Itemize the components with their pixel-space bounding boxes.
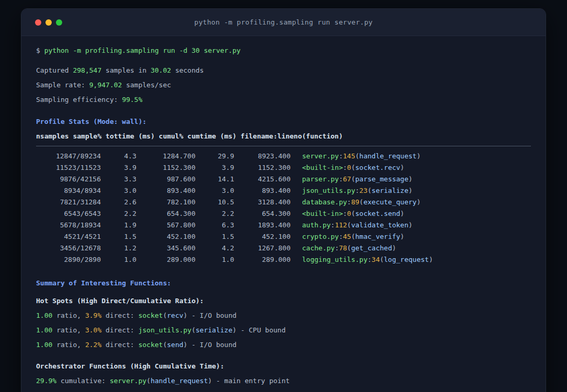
cell-cumul_pct: 6.3 [195,220,234,231]
table-divider [36,146,531,146]
hot-spot-line: 1.00 ratio, 2.2% direct: socket(send) - … [36,338,531,352]
cell-tottime_ms: 782.100 [136,197,195,208]
cell-tottime_ms: 289.000 [136,254,195,266]
cell-tottime_ms: 654.300 [136,208,195,220]
cell-nsamples: 12847/89234 [36,151,101,162]
cell-location: logging_utils.py:34(log_request) [291,254,531,266]
profile-table-row: 3456/126781.2345.6004.21267.800cache.py:… [36,243,531,254]
cell-cumul_pct: 2.2 [195,208,234,220]
cell-location: crypto.py:45(hmac_verify) [291,231,531,243]
profile-table-header: nsamples sample% tottime (ms) cumul% cum… [36,129,531,144]
cell-sample_pct: 1.0 [101,254,136,266]
cell-sample_pct: 2.2 [101,208,136,220]
cell-tottime_ms: 452.100 [136,231,195,243]
cell-location: auth.py:112(validate_token) [291,220,531,231]
cell-cumul_pct: 10.5 [195,197,234,208]
title-bar[interactable]: python -m profiling.sampling run server.… [21,9,546,36]
orchestrator-list: 29.9% cumulative: server.py(handle_reque… [36,374,531,392]
cell-location: parser.py:67(parse_message) [291,174,531,185]
cell-cumtime_ms: 1152.300 [234,162,291,174]
cell-location: server.py:145(handle_request) [291,151,531,162]
cell-sample_pct: 3.0 [101,185,136,197]
cell-nsamples: 4521/4521 [36,231,101,243]
cell-location: <built-in>:0(socket.recv) [291,162,531,174]
sampling-efficiency-line: Sampling efficiency: 99.5% [36,93,531,107]
orchestrator-heading: Orchestrator Functions (High Cumulative … [36,359,531,374]
cell-cumul_pct: 1.0 [195,254,234,266]
cell-nsamples: 8934/8934 [36,185,101,197]
cell-sample_pct: 3.3 [101,174,136,185]
cell-cumtime_ms: 893.400 [234,185,291,197]
cell-cumtime_ms: 3128.400 [234,197,291,208]
cell-cumtime_ms: 1267.800 [234,243,291,254]
cell-tottime_ms: 345.600 [136,243,195,254]
cell-cumtime_ms: 289.000 [234,254,291,266]
cell-cumtime_ms: 452.100 [234,231,291,243]
profile-table-row: 4521/45211.5452.1001.5452.100crypto.py:4… [36,231,531,243]
cell-location: database.py:89(execute_query) [291,197,531,208]
cell-cumtime_ms: 1893.400 [234,220,291,231]
cell-cumtime_ms: 4215.600 [234,174,291,185]
orchestrator-line: 29.9% cumulative: server.py(handle_reque… [36,374,531,388]
window-title: python -m profiling.sampling run server.… [194,18,373,26]
cell-sample_pct: 3.9 [101,162,136,174]
desktop-background: python -m profiling.sampling run server.… [0,0,567,392]
sample-rate-line: Sample rate: 9,947.02 samples/sec [36,78,531,93]
cell-cumtime_ms: 8923.400 [234,151,291,162]
shell-command-line: $ python -m profiling.sampling run -d 30… [36,43,531,58]
cell-cumul_pct: 3.9 [195,162,234,174]
close-button[interactable] [35,19,41,26]
cell-tottime_ms: 567.800 [136,220,195,231]
cell-location: json_utils.py:23(serialize) [291,185,531,197]
cell-nsamples: 5678/18934 [36,220,101,231]
cell-tottime_ms: 987.600 [136,174,195,185]
profile-table-row: 7821/312842.6782.10010.53128.400database… [36,197,531,208]
cell-tottime_ms: 1284.700 [136,151,195,162]
cell-sample_pct: 1.2 [101,243,136,254]
window-controls [35,19,62,26]
cell-location: <built-in>:0(socket.send) [291,208,531,220]
cell-nsamples: 3456/12678 [36,243,101,254]
cell-nsamples: 7821/31284 [36,197,101,208]
hot-spot-line: 1.00 ratio, 3.0% direct: json_utils.py(s… [36,323,531,338]
cell-nsamples: 11523/11523 [36,162,101,174]
cell-sample_pct: 4.3 [101,151,136,162]
cell-cumul_pct: 29.9 [195,151,234,162]
profile-table-row: 5678/189341.9567.8006.31893.400auth.py:1… [36,220,531,231]
cell-cumul_pct: 1.5 [195,231,234,243]
orchestrator-line: 14.1% cumulative: parser.py(parse_messag… [36,388,531,392]
profile-table-row: 11523/115233.91152.3003.91152.300<built-… [36,162,531,174]
cell-cumul_pct: 4.2 [195,243,234,254]
cell-nsamples: 6543/6543 [36,208,101,220]
profile-table-row: 12847/892344.31284.70029.98923.400server… [36,151,531,162]
terminal-output[interactable]: $ python -m profiling.sampling run -d 30… [21,36,546,392]
cell-nsamples: 2890/2890 [36,254,101,266]
cell-sample_pct: 1.9 [101,220,136,231]
cell-cumul_pct: 3.0 [195,185,234,197]
cell-cumul_pct: 14.1 [195,174,234,185]
hot-spots-heading: Hot Spots (High Direct/Cumulative Ratio)… [36,294,531,308]
profile-table: 12847/892344.31284.70029.98923.400server… [36,151,531,266]
profile-stats-heading: Profile Stats (Mode: wall): [36,114,531,129]
cell-cumtime_ms: 654.300 [234,208,291,220]
cell-location: cache.py:78(get_cached) [291,243,531,254]
cell-tottime_ms: 893.400 [136,185,195,197]
cell-sample_pct: 1.5 [101,231,136,243]
captured-samples-line: Captured 298,547 samples in 30.02 second… [36,63,531,78]
profile-table-row: 6543/65432.2654.3002.2654.300<built-in>:… [36,208,531,220]
hot-spot-line: 1.00 ratio, 3.9% direct: socket(recv) - … [36,308,531,323]
summary-heading: Summary of Interesting Functions: [36,276,531,291]
terminal-window: python -m profiling.sampling run server.… [21,8,546,392]
profile-table-row: 9876/421563.3987.60014.14215.600parser.p… [36,174,531,185]
minimize-button[interactable] [45,19,52,26]
cell-nsamples: 9876/42156 [36,174,101,185]
profile-table-row: 8934/89343.0893.4003.0893.400json_utils.… [36,185,531,197]
zoom-button[interactable] [56,19,62,26]
profile-table-row: 2890/28901.0289.0001.0289.000logging_uti… [36,254,531,266]
cell-tottime_ms: 1152.300 [136,162,195,174]
hot-spots-list: 1.00 ratio, 3.9% direct: socket(recv) - … [36,308,531,352]
cell-sample_pct: 2.6 [101,197,136,208]
